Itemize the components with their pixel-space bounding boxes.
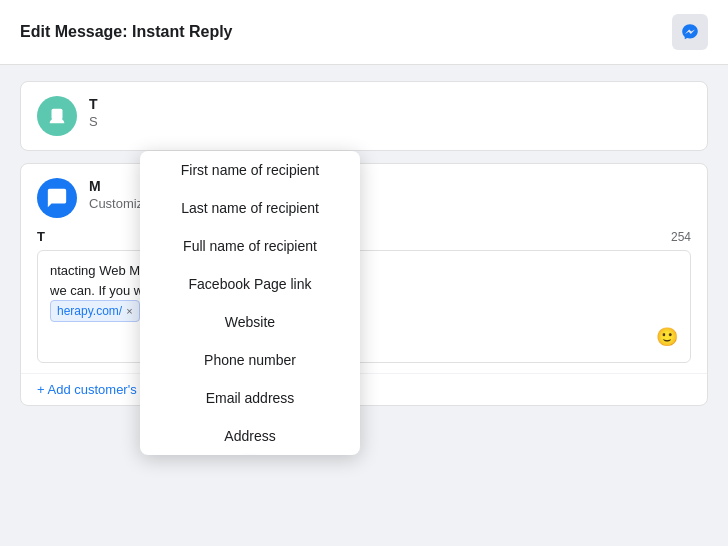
dropdown-item-facebook-link[interactable]: Facebook Page link — [140, 265, 360, 303]
message-textarea[interactable]: ntacting Web Marketing Therapy! We will … — [37, 250, 691, 363]
dropdown-item-website[interactable]: Website — [140, 303, 360, 341]
add-customer-name-button[interactable]: + Add customer's name — [21, 373, 707, 405]
main-content: T S M Customize the message you send. — [0, 65, 728, 434]
message-card-header: M Customize the message you send. — [21, 164, 707, 229]
page-wrapper: Edit Message: Instant Reply T S — [0, 0, 728, 546]
card-1-subtitle: S — [89, 114, 691, 129]
avatar-icon-1 — [46, 105, 68, 127]
card-1: T S — [20, 81, 708, 151]
dropdown-item-full-name[interactable]: Full name of recipient — [140, 227, 360, 265]
dropdown-menu: First name of recipient Last name of rec… — [140, 151, 360, 455]
messenger-icon — [680, 22, 700, 42]
website-tag-pill[interactable]: herapy.com/ × — [50, 300, 140, 322]
textarea-label-text: T — [37, 229, 45, 244]
emoji-button[interactable]: 🙂 — [656, 326, 678, 348]
dropdown-item-last-name[interactable]: Last name of recipient — [140, 189, 360, 227]
card-1-content: T S — [89, 96, 691, 129]
avatar-2 — [37, 178, 77, 218]
dropdown-item-first-name[interactable]: First name of recipient — [140, 151, 360, 189]
page-title: Edit Message: Instant Reply — [20, 23, 233, 41]
dropdown-item-address[interactable]: Address — [140, 417, 360, 455]
dropdown-item-phone-number[interactable]: Phone number — [140, 341, 360, 379]
avatar-icon-2 — [46, 187, 68, 209]
message-card: M Customize the message you send. T 254 … — [20, 163, 708, 406]
message-card-body: T 254 ntacting Web Marketing Therapy! We… — [21, 229, 707, 373]
tag-pill-text: herapy.com/ — [57, 302, 122, 320]
avatar-1 — [37, 96, 77, 136]
textarea-label-row: T 254 — [37, 229, 691, 244]
tag-close-icon[interactable]: × — [126, 303, 132, 320]
card-1-title: T — [89, 96, 691, 112]
dropdown-item-email-address[interactable]: Email address — [140, 379, 360, 417]
char-count: 254 — [671, 230, 691, 244]
messenger-icon-button[interactable] — [672, 14, 708, 50]
header: Edit Message: Instant Reply — [0, 0, 728, 65]
